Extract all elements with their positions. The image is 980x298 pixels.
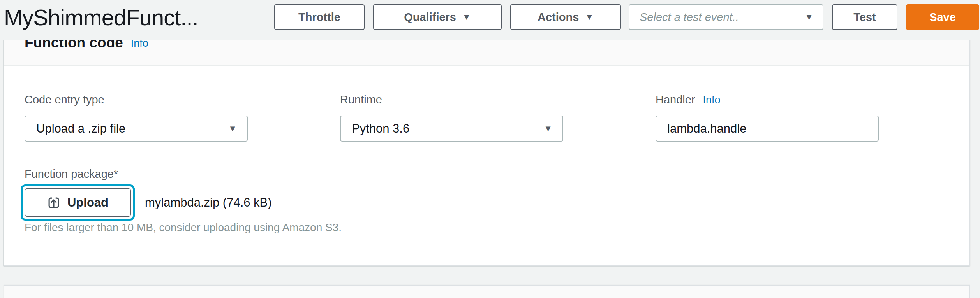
- function-code-info-link[interactable]: Info: [131, 38, 148, 49]
- runtime-field: Runtime Python 3.6 ▼: [340, 93, 563, 142]
- function-code-panel-body: Code entry type Upload a .zip file ▼ Run…: [4, 66, 969, 265]
- test-event-placeholder: Select a test event..: [640, 11, 739, 24]
- qualifiers-dropdown-button[interactable]: Qualifiers ▼: [373, 4, 502, 30]
- runtime-select[interactable]: Python 3.6 ▼: [340, 116, 563, 142]
- chevron-down-icon: ▼: [462, 12, 471, 22]
- handler-label: Handler: [656, 93, 695, 106]
- handler-info-link[interactable]: Info: [703, 95, 721, 105]
- upload-button-focus-ring: Upload: [21, 184, 135, 221]
- lambda-console-page: Function code Info Code entry type Uploa…: [0, 0, 980, 298]
- chevron-down-icon: ▼: [585, 12, 594, 22]
- save-button-label: Save: [929, 11, 956, 24]
- function-name-title: MyShimmedFunct...: [4, 4, 266, 30]
- uploaded-file-info: mylambda.zip (74.6 kB): [145, 196, 272, 210]
- next-section-panel: [4, 285, 970, 298]
- handler-field: Handler Info: [656, 93, 879, 142]
- function-code-panel: Function code Info Code entry type Uploa…: [4, 16, 970, 266]
- save-button[interactable]: Save: [906, 4, 979, 30]
- code-entry-type-field: Code entry type Upload a .zip file ▼: [25, 93, 248, 142]
- chevron-down-icon: ▼: [228, 124, 237, 134]
- code-entry-type-select[interactable]: Upload a .zip file ▼: [25, 116, 248, 142]
- upload-icon: [47, 196, 60, 209]
- chevron-down-icon: ▼: [544, 124, 552, 134]
- actions-dropdown-button[interactable]: Actions ▼: [510, 4, 621, 30]
- actions-button-label: Actions: [538, 11, 579, 24]
- throttle-button-label: Throttle: [298, 11, 340, 24]
- handler-input[interactable]: [656, 116, 879, 142]
- code-entry-type-value: Upload a .zip file: [36, 122, 125, 136]
- throttle-button[interactable]: Throttle: [274, 4, 365, 30]
- upload-row: Upload mylambda.zip (74.6 kB): [21, 184, 272, 221]
- function-package-label: Function package*: [25, 168, 118, 181]
- chevron-down-icon: ▼: [805, 12, 813, 22]
- test-button-label: Test: [853, 11, 876, 24]
- upload-button-label: Upload: [67, 196, 108, 210]
- code-entry-type-label: Code entry type: [25, 93, 248, 106]
- test-button[interactable]: Test: [832, 4, 897, 30]
- runtime-label: Runtime: [340, 93, 563, 106]
- top-action-bar: MyShimmedFunct... Throttle Qualifiers ▼ …: [0, 0, 980, 40]
- qualifiers-button-label: Qualifiers: [404, 11, 456, 24]
- upload-button[interactable]: Upload: [25, 188, 131, 217]
- runtime-value: Python 3.6: [352, 122, 409, 136]
- test-event-select[interactable]: Select a test event.. ▼: [629, 4, 823, 30]
- upload-helper-text: For files larger than 10 MB, consider up…: [25, 221, 342, 234]
